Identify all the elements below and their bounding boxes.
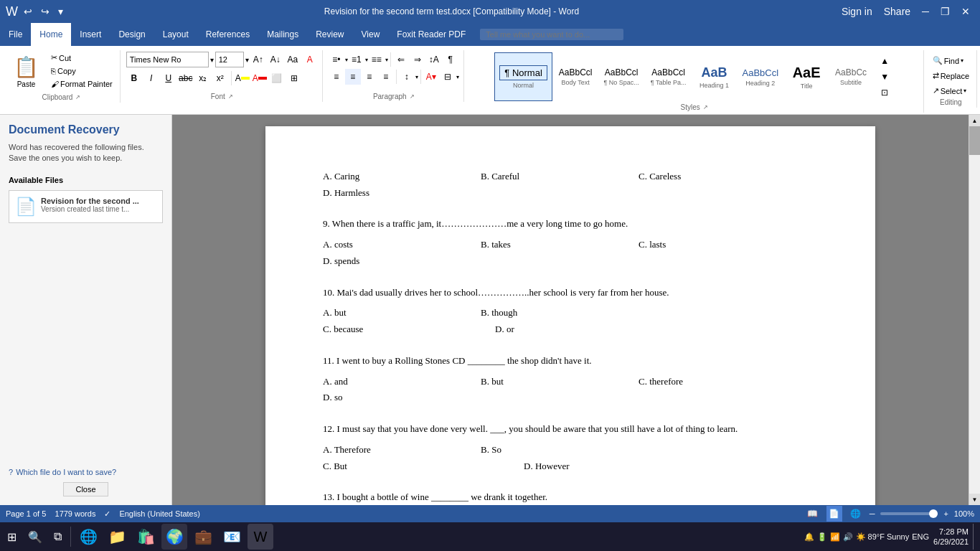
style-heading2[interactable]: AaBbCcl Heading 2	[738, 52, 784, 101]
menu-insert[interactable]: Insert	[71, 23, 110, 46]
undo-button[interactable]: ↩	[21, 4, 35, 19]
network-icon[interactable]: 📶	[830, 532, 840, 542]
close-button[interactable]: ✕	[957, 4, 974, 19]
document-page[interactable]: A. Caring B. Careful C. Careless D. Harm…	[265, 126, 875, 505]
font-name-dropdown-icon[interactable]: ▾	[210, 56, 214, 64]
find-dropdown-icon[interactable]: ▾	[961, 57, 963, 64]
shading-button[interactable]: ⬜	[269, 70, 285, 86]
format-painter-button[interactable]: 🖌 Format Painter	[48, 78, 116, 90]
menu-foxit[interactable]: Foxit Reader PDF	[388, 23, 474, 46]
menu-mailings[interactable]: Mailings	[258, 23, 307, 46]
show-desktop-button[interactable]	[973, 524, 977, 550]
tell-me-input[interactable]	[480, 29, 623, 40]
cut-button[interactable]: ✂ Cut	[48, 52, 116, 64]
expand-styles-icon[interactable]: ↗	[703, 104, 708, 110]
shading-para-button[interactable]: A▾	[423, 69, 439, 85]
search-button[interactable]: 🔍	[24, 529, 47, 545]
numbered-dropdown-icon[interactable]: ▾	[365, 57, 368, 63]
edge-app[interactable]: 🌐	[75, 524, 101, 550]
menu-view[interactable]: View	[353, 23, 389, 46]
style-heading1[interactable]: AaB Heading 1	[693, 52, 736, 101]
volume-icon[interactable]: 🔊	[843, 532, 853, 542]
align-center-button[interactable]: ≡	[345, 69, 361, 85]
menu-review[interactable]: Review	[307, 23, 352, 46]
menu-design[interactable]: Design	[110, 23, 154, 46]
borders-button[interactable]: ⊞	[286, 70, 302, 86]
align-right-button[interactable]: ≡	[362, 69, 377, 85]
increase-indent-button[interactable]: ⇒	[410, 52, 425, 67]
show-hide-button[interactable]: ¶	[443, 52, 458, 67]
align-left-button[interactable]: ≡	[329, 69, 344, 85]
zoom-slider[interactable]	[880, 512, 938, 515]
menu-home[interactable]: Home	[31, 23, 71, 46]
zoom-handle[interactable]	[929, 509, 938, 518]
vertical-scrollbar[interactable]: ▲ ▼	[969, 115, 980, 505]
battery-icon[interactable]: 🔋	[817, 532, 827, 542]
decrease-font-button[interactable]: A↓	[268, 52, 283, 67]
minimize-button[interactable]: ─	[918, 4, 933, 19]
select-dropdown-icon[interactable]: ▾	[963, 88, 966, 94]
strikethrough-button[interactable]: abc	[178, 70, 194, 86]
menu-references[interactable]: References	[197, 23, 258, 46]
start-button[interactable]: ⊞	[3, 529, 21, 545]
scroll-up-button[interactable]: ▲	[969, 115, 980, 126]
font-size-input[interactable]	[215, 52, 244, 67]
expand-paragraph-icon[interactable]: ↗	[410, 93, 415, 100]
teams-app[interactable]: 💼	[190, 524, 216, 550]
word-app[interactable]: W	[248, 524, 273, 550]
share-button[interactable]: Share	[880, 4, 915, 19]
justify-button[interactable]: ≡	[378, 69, 394, 85]
document-area[interactable]: A. Caring B. Careful C. Careless D. Harm…	[172, 115, 969, 505]
style-subtitle[interactable]: AaBbCc Subtitle	[829, 52, 872, 101]
file-explorer-app[interactable]: 📁	[104, 524, 130, 550]
find-button[interactable]: 🔍 Find ▾	[930, 55, 966, 67]
task-view-button[interactable]: ⧉	[50, 529, 66, 545]
bold-button[interactable]: B	[126, 70, 142, 86]
restore-button[interactable]: ❐	[936, 4, 954, 19]
line-spacing-button[interactable]: ↕	[399, 69, 415, 85]
underline-button[interactable]: U	[161, 70, 176, 86]
multilevel-dropdown-icon[interactable]: ▾	[385, 57, 388, 63]
recovered-file-item[interactable]: 📄 Revision for the second ... Version cr…	[9, 190, 163, 223]
zoom-level[interactable]: 100%	[954, 509, 974, 518]
menu-file[interactable]: File	[0, 23, 31, 46]
weather-info[interactable]: ☀️ 89°F Sunny	[856, 532, 910, 542]
copy-button[interactable]: ⎘ Copy	[48, 65, 116, 77]
style-normal[interactable]: ¶ Normal Normal	[494, 52, 552, 101]
text-effects-button[interactable]: A	[302, 52, 318, 67]
expand-clipboard-icon[interactable]: ↗	[75, 94, 80, 100]
style-title[interactable]: AaE Title	[785, 52, 828, 101]
superscript-button[interactable]: x²	[212, 70, 228, 86]
numbered-list-button[interactable]: ≡1	[349, 52, 364, 67]
scroll-down-button[interactable]: ▼	[969, 494, 980, 505]
italic-button[interactable]: I	[143, 70, 159, 86]
clear-format-button[interactable]: Aa	[285, 52, 301, 67]
scroll-thumb[interactable]	[969, 126, 980, 155]
system-clock[interactable]: 7:28 PM 6/29/2021	[933, 527, 969, 547]
decrease-indent-button[interactable]: ⇐	[393, 52, 409, 67]
zoom-slider-plus[interactable]: +	[943, 509, 948, 518]
web-view-button[interactable]: 🌐	[848, 506, 864, 522]
outlook-app[interactable]: 📧	[219, 524, 245, 550]
line-spacing-dropdown-icon[interactable]: ▾	[415, 74, 418, 80]
increase-font-button[interactable]: A↑	[250, 52, 266, 67]
paste-button[interactable]: 📋 Paste	[7, 52, 45, 92]
close-recovery-button[interactable]: Close	[63, 482, 108, 496]
text-highlight-button[interactable]: A	[235, 70, 250, 86]
language-indicator[interactable]: ENG	[912, 532, 929, 541]
bullet-list-button[interactable]: ≡•	[329, 52, 344, 67]
chrome-app[interactable]: 🌍	[161, 524, 187, 550]
help-link[interactable]: ? Which file do I want to save?	[9, 468, 163, 476]
font-name-input[interactable]	[126, 52, 209, 67]
read-view-button[interactable]: 📖	[805, 506, 821, 522]
border-dropdown-icon[interactable]: ▾	[456, 74, 459, 80]
sign-in-button[interactable]: Sign in	[837, 4, 877, 19]
styles-scroll-up[interactable]: ▲	[877, 53, 892, 69]
expand-font-icon[interactable]: ↗	[228, 93, 233, 100]
styles-scroll-down[interactable]: ▼	[877, 69, 892, 85]
redo-button[interactable]: ↪	[38, 4, 52, 19]
styles-expand[interactable]: ⊡	[877, 85, 892, 100]
print-view-button[interactable]: 📄	[826, 506, 842, 522]
customize-quick-access[interactable]: ▾	[55, 4, 66, 19]
style-no-spacing[interactable]: AaBbCcl ¶ No Spac...	[598, 52, 644, 101]
